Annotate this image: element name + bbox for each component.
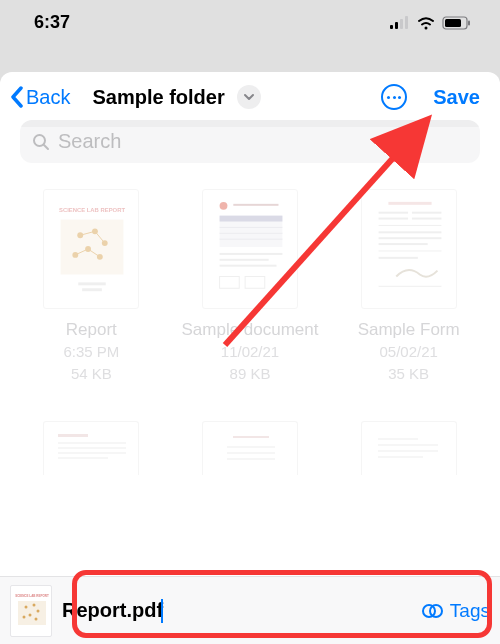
file-name: Sample Form [358, 319, 460, 340]
search-icon [32, 133, 50, 151]
svg-rect-38 [378, 218, 407, 220]
svg-rect-61 [18, 601, 46, 625]
mini-thumbnail: SCIENCE LAB REPORT [10, 585, 52, 637]
tags-label: Tags [450, 600, 490, 622]
text-cursor [161, 599, 163, 623]
search-placeholder: Search [58, 130, 121, 153]
file-thumbnail[interactable] [361, 421, 457, 475]
svg-rect-57 [378, 444, 438, 446]
svg-rect-54 [227, 452, 275, 454]
file-thumbnail[interactable] [43, 421, 139, 475]
svg-point-23 [220, 202, 228, 210]
file-size: 89 KB [230, 364, 271, 384]
navigation-bar: Back Sample folder Save [0, 72, 500, 120]
svg-rect-47 [58, 434, 88, 437]
svg-rect-22 [83, 288, 103, 291]
svg-rect-42 [378, 237, 441, 239]
svg-rect-6 [468, 20, 470, 25]
file-name: Report [66, 319, 117, 340]
svg-rect-1 [395, 22, 398, 29]
files-grid: SCIENCE LAB REPORT Report 6:35 PM 54 KB [0, 173, 500, 383]
svg-rect-31 [220, 259, 269, 261]
file-size: 35 KB [388, 364, 429, 384]
svg-rect-51 [58, 457, 108, 459]
svg-point-67 [23, 615, 26, 618]
svg-rect-58 [378, 450, 438, 452]
svg-rect-26 [220, 216, 283, 222]
svg-rect-33 [220, 276, 240, 288]
svg-rect-2 [400, 19, 403, 29]
file-size: 54 KB [71, 364, 112, 384]
svg-point-63 [33, 603, 36, 606]
svg-rect-36 [378, 212, 407, 214]
svg-rect-53 [227, 446, 275, 448]
save-sheet: Back Sample folder Save Search [0, 72, 500, 644]
svg-point-65 [29, 613, 32, 616]
svg-rect-21 [79, 282, 106, 285]
status-bar: 6:37 [0, 0, 500, 55]
svg-text:SCIENCE LAB REPORT: SCIENCE LAB REPORT [59, 207, 125, 213]
svg-point-64 [37, 609, 40, 612]
svg-rect-5 [445, 19, 461, 27]
svg-rect-35 [388, 202, 431, 205]
svg-rect-49 [58, 447, 126, 449]
chevron-left-icon [10, 86, 24, 108]
svg-rect-30 [220, 253, 283, 255]
svg-rect-45 [378, 257, 417, 259]
file-thumbnail [202, 189, 298, 309]
file-date: 05/02/21 [379, 342, 437, 362]
search-input[interactable]: Search [20, 120, 480, 163]
file-item[interactable]: Sample Form 05/02/21 35 KB [329, 189, 488, 383]
back-label: Back [26, 86, 70, 109]
svg-rect-24 [233, 204, 278, 206]
svg-line-8 [44, 145, 48, 149]
svg-rect-59 [378, 456, 423, 458]
svg-point-66 [35, 617, 38, 620]
file-item[interactable]: SCIENCE LAB REPORT Report 6:35 PM 54 KB [12, 189, 171, 383]
filename-bar: SCIENCE LAB REPORT Report.pdf Tags [0, 576, 500, 644]
folder-dropdown[interactable] [237, 85, 261, 109]
tags-button[interactable]: Tags [422, 600, 490, 622]
file-thumbnail: SCIENCE LAB REPORT [43, 189, 139, 309]
svg-rect-50 [58, 452, 126, 454]
status-time: 6:37 [34, 12, 70, 33]
svg-point-62 [25, 605, 28, 608]
wifi-icon [416, 16, 436, 30]
file-date: 11/02/21 [221, 342, 279, 362]
save-button[interactable]: Save [433, 86, 480, 109]
svg-rect-37 [412, 212, 441, 214]
file-name: Sample document [181, 319, 318, 340]
svg-rect-10 [61, 220, 124, 275]
file-date: 6:35 PM [63, 342, 119, 362]
svg-rect-55 [227, 458, 275, 460]
svg-rect-3 [405, 16, 408, 29]
file-thumbnail [361, 189, 457, 309]
svg-rect-56 [378, 438, 418, 440]
svg-rect-39 [412, 218, 441, 220]
signal-icon [390, 16, 410, 30]
svg-text:SCIENCE LAB REPORT: SCIENCE LAB REPORT [15, 594, 49, 598]
battery-icon [442, 16, 472, 30]
svg-rect-34 [245, 276, 265, 288]
svg-rect-48 [58, 442, 126, 444]
back-button[interactable]: Back [10, 86, 70, 109]
files-grid-row2 [0, 383, 500, 475]
svg-rect-52 [233, 436, 269, 438]
svg-rect-43 [378, 243, 427, 245]
svg-rect-32 [220, 265, 277, 267]
svg-point-15 [97, 254, 103, 260]
filename-input[interactable]: Report.pdf [62, 599, 163, 622]
svg-rect-0 [390, 25, 393, 29]
chevron-down-icon [243, 93, 255, 101]
file-item[interactable]: Sample document 11/02/21 89 KB [171, 189, 330, 383]
ellipsis-icon [387, 96, 401, 99]
more-button[interactable] [381, 84, 407, 110]
svg-rect-41 [378, 231, 441, 233]
status-indicators [390, 16, 472, 30]
file-thumbnail[interactable] [202, 421, 298, 475]
folder-title: Sample folder [92, 86, 224, 109]
tags-icon [422, 602, 444, 620]
